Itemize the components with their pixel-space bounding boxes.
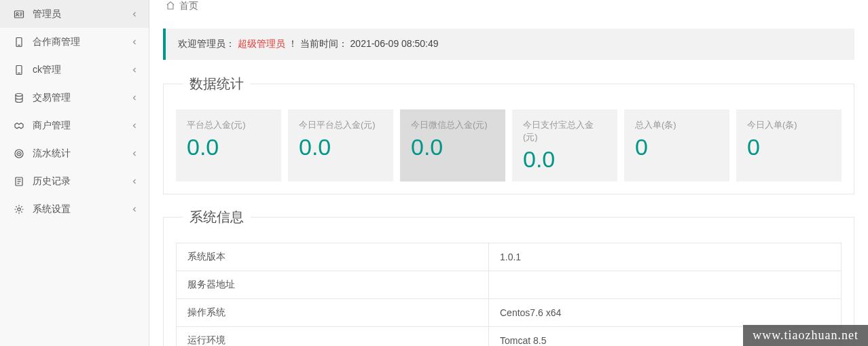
stat-value: 0 — [747, 135, 831, 158]
sysinfo-key: 运行环境 — [177, 327, 489, 347]
watermark: www.tiaozhuan.net — [743, 325, 868, 346]
sidebar-item-6[interactable]: 历史记录 — [0, 167, 149, 195]
table-row: 系统版本1.0.1 — [177, 243, 842, 271]
sysinfo-table: 系统版本1.0.1服务器地址操作系统Centos7.6 x64运行环境Tomca… — [176, 243, 842, 346]
stats-row: 平台总入金(元)0.0今日平台总入金(元)0.0今日微信总入金(元)0.0今日支… — [176, 109, 842, 181]
table-row: 服务器地址 — [177, 271, 842, 299]
welcome-suffix: ！ 当前时间： — [288, 38, 348, 49]
breadcrumb-home-label[interactable]: 首页 — [179, 0, 198, 12]
chevron-left-icon — [131, 150, 138, 157]
sidebar-item-label: 交易管理 — [33, 92, 131, 104]
welcome-time: 2021-06-09 08:50:49 — [350, 38, 439, 49]
stat-label: 总入单(条) — [635, 119, 719, 131]
stat-label: 今日微信总入金(元) — [411, 119, 494, 131]
sidebar-item-5[interactable]: 流水统计 — [0, 139, 149, 167]
id-card-icon — [14, 9, 24, 20]
sysinfo-value — [489, 271, 842, 299]
sysinfo-value: 1.0.1 — [489, 243, 842, 271]
stat-value: 0.0 — [523, 148, 607, 171]
sidebar-item-label: 历史记录 — [33, 175, 131, 188]
content: 欢迎管理员： 超级管理员 ！ 当前时间： 2021-06-09 08:50:49… — [149, 15, 868, 346]
breadcrumb: 首页 — [149, 0, 868, 15]
sysinfo-key: 系统版本 — [177, 243, 489, 271]
chevron-left-icon — [131, 39, 138, 46]
sidebar-item-1[interactable]: 合作商管理 — [0, 28, 149, 56]
table-row: 操作系统Centos7.6 x64 — [177, 299, 842, 327]
sidebar-item-label: 系统设置 — [33, 203, 131, 215]
svg-point-1 — [16, 12, 18, 14]
sysinfo-title: 系统信息 — [183, 208, 251, 226]
stat-card-5[interactable]: 今日入单(条)0 — [736, 109, 842, 181]
chevron-left-icon — [131, 67, 138, 73]
sysinfo-value: Centos7.6 x64 — [489, 299, 842, 327]
device-icon — [14, 37, 24, 48]
chevron-left-icon — [131, 94, 138, 101]
sidebar-item-3[interactable]: 交易管理 — [0, 84, 149, 111]
chevron-left-icon — [131, 206, 138, 213]
chevron-left-icon — [131, 11, 138, 18]
sidebar: 管理员合作商管理ck管理交易管理商户管理流水统计历史记录系统设置 — [0, 0, 149, 346]
stat-card-0[interactable]: 平台总入金(元)0.0 — [176, 109, 281, 181]
sidebar-item-label: 合作商管理 — [33, 36, 131, 48]
sysinfo-key: 服务器地址 — [177, 271, 489, 299]
main-area: 首页 欢迎管理员： 超级管理员 ！ 当前时间： 2021-06-09 08:50… — [149, 0, 868, 346]
stat-card-1[interactable]: 今日平台总入金(元)0.0 — [288, 109, 393, 181]
handshake-icon — [14, 120, 24, 131]
stat-card-3[interactable]: 今日支付宝总入金(元)0.0 — [512, 109, 617, 181]
device-icon — [14, 65, 24, 75]
stat-card-4[interactable]: 总入单(条)0 — [624, 109, 729, 181]
home-icon — [166, 1, 175, 10]
sidebar-item-7[interactable]: 系统设置 — [0, 195, 149, 223]
table-row: 运行环境Tomcat 8.5 — [177, 327, 842, 347]
sidebar-item-0[interactable]: 管理员 — [0, 0, 149, 28]
stat-value: 0.0 — [187, 135, 270, 158]
stat-value: 0.0 — [299, 135, 382, 158]
stats-panel: 数据统计 平台总入金(元)0.0今日平台总入金(元)0.0今日微信总入金(元)0… — [163, 75, 854, 194]
stat-label: 今日入单(条) — [747, 119, 831, 131]
welcome-prefix: 欢迎管理员： — [178, 38, 235, 49]
stat-value: 0.0 — [411, 135, 494, 158]
sidebar-item-label: 流水统计 — [33, 148, 131, 160]
svg-point-14 — [18, 207, 20, 210]
svg-point-6 — [16, 93, 22, 96]
stat-value: 0 — [635, 135, 719, 158]
chevron-left-icon — [131, 122, 138, 129]
gear-icon — [14, 204, 24, 215]
stat-label: 今日平台总入金(元) — [299, 119, 382, 131]
stat-label: 平台总入金(元) — [187, 119, 270, 131]
target-icon — [14, 148, 24, 159]
welcome-bar: 欢迎管理员： 超级管理员 ！ 当前时间： 2021-06-09 08:50:49 — [163, 29, 854, 60]
sidebar-item-label: 商户管理 — [33, 120, 131, 132]
stat-card-2[interactable]: 今日微信总入金(元)0.0 — [400, 109, 505, 181]
note-icon — [14, 176, 24, 187]
sidebar-item-4[interactable]: 商户管理 — [0, 111, 149, 139]
stats-title: 数据统计 — [183, 75, 251, 93]
stat-label: 今日支付宝总入金(元) — [523, 119, 607, 143]
welcome-admin-name: 超级管理员 — [238, 38, 285, 49]
sidebar-item-label: ck管理 — [33, 64, 131, 76]
sidebar-item-2[interactable]: ck管理 — [0, 56, 149, 84]
database-icon — [14, 92, 24, 103]
chevron-left-icon — [131, 178, 138, 185]
svg-point-9 — [19, 153, 20, 154]
sidebar-item-label: 管理员 — [33, 8, 131, 20]
sysinfo-key: 操作系统 — [177, 299, 489, 327]
